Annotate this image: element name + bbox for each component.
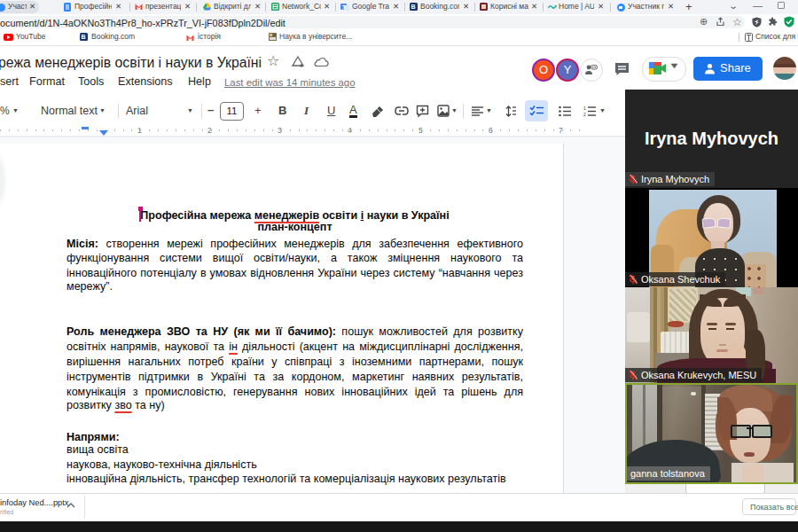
svg-text:2: 2 xyxy=(583,112,586,116)
svg-text:B: B xyxy=(411,4,416,10)
svg-text:1: 1 xyxy=(583,106,586,111)
svg-text:文: 文 xyxy=(341,4,347,10)
svg-text:B: B xyxy=(82,34,86,40)
